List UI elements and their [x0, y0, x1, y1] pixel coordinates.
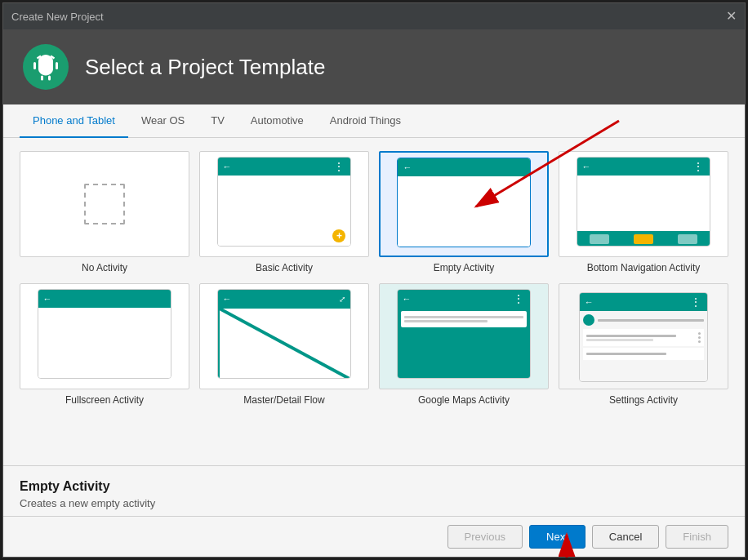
fullscreen-preview: ← — [20, 283, 189, 389]
maps-preview: ← ⋮ — [379, 283, 549, 389]
tab-phone-tablet[interactable]: Phone and Tablet — [20, 104, 128, 138]
fullscreen-label: Fullscreen Activity — [65, 394, 144, 406]
selected-template-desc: Creates a new empty activity — [20, 497, 728, 509]
templates-area: No Activity ← ⋮ + — [3, 138, 745, 465]
tab-automotive[interactable]: Automotive — [238, 104, 317, 138]
template-settings[interactable]: ← ⋮ — [559, 283, 728, 406]
basic-activity-preview: ← ⋮ + — [199, 151, 369, 257]
next-button[interactable]: Next — [529, 525, 585, 549]
template-fullscreen[interactable]: ← Fullscreen Activity — [20, 283, 189, 406]
info-section: Empty Activity Creates a new empty activ… — [3, 465, 745, 516]
no-activity-label: No Activity — [82, 262, 127, 273]
tabs-bar: Phone and Tablet Wear OS TV Automotive A… — [3, 104, 745, 138]
empty-activity-label: Empty Activity — [434, 262, 495, 273]
master-detail-preview: ← ⤢ — [199, 283, 369, 389]
template-bottom-nav[interactable]: ← ⋮ — [559, 151, 728, 273]
tab-tv[interactable]: TV — [198, 104, 238, 138]
template-master-detail[interactable]: ← ⤢ — [199, 283, 369, 406]
svg-line-8 — [218, 308, 351, 379]
no-activity-preview — [20, 151, 189, 257]
android-icon — [31, 52, 60, 82]
template-empty-activity[interactable]: ← Empty Activity — [379, 151, 549, 273]
cancel-button[interactable]: Cancel — [592, 525, 659, 549]
finish-button[interactable]: Finish — [666, 525, 728, 549]
dialog-title: Create New Project — [11, 11, 104, 23]
content-area: Phone and Tablet Wear OS TV Automotive A… — [3, 104, 745, 516]
dialog-header: Select a Project Template — [3, 29, 745, 104]
header-title: Select a Project Template — [85, 55, 325, 80]
settings-preview: ← ⋮ — [559, 283, 728, 389]
previous-button[interactable]: Previous — [447, 525, 523, 549]
svg-rect-2 — [33, 62, 36, 69]
bottom-nav-label: Bottom Navigation Activity — [587, 262, 701, 273]
master-detail-label: Master/Detail Flow — [243, 394, 324, 406]
close-button[interactable]: ✕ — [726, 10, 737, 23]
android-logo — [23, 44, 69, 90]
dialog-footer: Previous Next Cancel Finish — [3, 516, 745, 557]
svg-rect-3 — [56, 62, 58, 69]
template-google-maps[interactable]: ← ⋮ Google — [379, 283, 549, 406]
empty-toolbar: ← — [398, 158, 529, 176]
template-basic-activity[interactable]: ← ⋮ + Basic Activity — [199, 151, 369, 273]
title-bar: Create New Project ✕ — [3, 3, 745, 29]
basic-toolbar: ← ⋮ — [218, 158, 351, 176]
bottom-nav-toolbar: ← ⋮ — [577, 158, 710, 176]
bottom-nav-bar — [577, 231, 710, 247]
settings-label: Settings Activity — [609, 394, 678, 406]
selected-template-title: Empty Activity — [20, 479, 728, 494]
dashed-box — [84, 184, 125, 224]
empty-activity-preview: ← — [379, 151, 549, 257]
template-no-activity[interactable]: No Activity — [20, 151, 189, 273]
tab-wear-os[interactable]: Wear OS — [128, 104, 198, 138]
templates-grid: No Activity ← ⋮ + — [20, 151, 728, 406]
diagonal-svg — [218, 308, 351, 379]
maps-label: Google Maps Activity — [418, 394, 510, 406]
svg-rect-5 — [48, 76, 51, 81]
fab-button: + — [332, 229, 345, 242]
bottom-nav-preview: ← ⋮ — [559, 151, 728, 257]
basic-activity-label: Basic Activity — [256, 262, 313, 273]
svg-rect-4 — [41, 76, 43, 81]
tab-android-things[interactable]: Android Things — [317, 104, 414, 138]
